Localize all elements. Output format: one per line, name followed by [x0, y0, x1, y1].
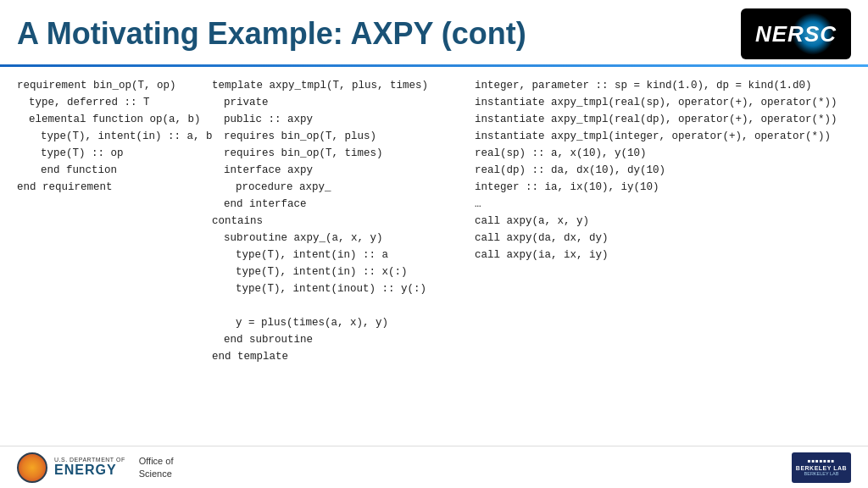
berkeley-logo-text: ■■■■■■■ BERKELEY LAB BERKELEY LAB	[796, 458, 847, 475]
code-line: type(T), intent(inout) :: y(:)	[212, 280, 475, 297]
code-line: private	[212, 94, 475, 111]
code-line: y = plus(times(a, x), y)	[212, 314, 475, 331]
code-line: end interface	[212, 196, 475, 213]
code-line: real(sp) :: a, x(10), y(10)	[475, 145, 851, 162]
code-line: call axpy(ia, ix, iy)	[475, 247, 851, 263]
code-line: …	[475, 196, 851, 213]
code-line: contains	[212, 213, 475, 230]
code-line: end template	[212, 348, 475, 365]
right-column: integer, parameter :: sp = kind(1.0), dp…	[475, 74, 851, 443]
code-line: integer :: ia, ix(10), iy(10)	[475, 179, 851, 196]
berkeley-sub: BERKELEY LAB	[796, 471, 847, 476]
doe-energy-label: ENERGY	[54, 463, 125, 478]
berkeley-logo-img: ■■■■■■■ BERKELEY LAB BERKELEY LAB	[792, 452, 851, 483]
code-line: instantiate axpy_tmpl(real(sp), operator…	[475, 94, 851, 111]
berkeley-label: ■■■■■■■	[796, 458, 847, 464]
doe-text-block: U.S. DEPARTMENT OF ENERGY	[54, 457, 125, 478]
code-line: integer, parameter :: sp = kind(1.0), dp…	[475, 77, 851, 94]
code-line: type(T), intent(in) :: x(:)	[212, 263, 475, 280]
code-line: template axpy_tmpl(T, plus, times)	[212, 77, 475, 94]
main-content: requirement bin_op(T, op) type, deferred…	[0, 74, 868, 443]
berkeley-name: BERKELEY LAB	[796, 465, 847, 471]
page-title: A Motivating Example: AXPY (cont)	[17, 16, 526, 52]
code-line: public :: axpy	[212, 111, 475, 128]
code-line: real(dp) :: da, dx(10), dy(10)	[475, 162, 851, 179]
nersc-logo: NERSC	[741, 8, 851, 59]
code-line: requires bin_op(T, times)	[212, 145, 475, 162]
nersc-logo-inner: NERSC	[741, 8, 851, 59]
code-line: subroutine axpy_(a, x, y)	[212, 230, 475, 247]
code-line: type(T) :: op	[17, 145, 212, 162]
code-line: instantiate axpy_tmpl(real(dp), operator…	[475, 111, 851, 128]
doe-office-label: Office ofScience	[139, 455, 174, 480]
code-line: elemental function op(a, b)	[17, 111, 212, 128]
code-line: type(T), intent(in) :: a, b	[17, 128, 212, 145]
code-line: procedure axpy_	[212, 179, 475, 196]
code-line: end subroutine	[212, 331, 475, 348]
doe-department-label: U.S. DEPARTMENT OF	[54, 457, 125, 463]
code-line: end requirement	[17, 179, 212, 196]
separator-line	[0, 64, 868, 67]
nersc-text: NERSC	[755, 21, 837, 47]
berkeley-logo: ■■■■■■■ BERKELEY LAB BERKELEY LAB	[792, 452, 851, 483]
middle-column: template axpy_tmpl(T, plus, times) priva…	[212, 74, 475, 443]
doe-circle-icon	[17, 452, 47, 483]
code-line: call axpy(da, dx, dy)	[475, 230, 851, 247]
footer: U.S. DEPARTMENT OF ENERGY Office ofScien…	[0, 446, 868, 488]
code-line: end function	[17, 162, 212, 179]
code-line	[212, 297, 475, 314]
code-line: requirement bin_op(T, op)	[17, 77, 212, 94]
code-line: type(T), intent(in) :: a	[212, 247, 475, 263]
doe-logo: U.S. DEPARTMENT OF ENERGY Office ofScien…	[17, 452, 173, 483]
code-line: call axpy(a, x, y)	[475, 213, 851, 230]
header: A Motivating Example: AXPY (cont) NERSC	[0, 0, 868, 64]
code-line: requires bin_op(T, plus)	[212, 128, 475, 145]
code-line: instantiate axpy_tmpl(integer, operator(…	[475, 128, 851, 145]
code-line: interface axpy	[212, 162, 475, 179]
code-line: type, deferred :: T	[17, 94, 212, 111]
left-column: requirement bin_op(T, op) type, deferred…	[17, 74, 212, 443]
